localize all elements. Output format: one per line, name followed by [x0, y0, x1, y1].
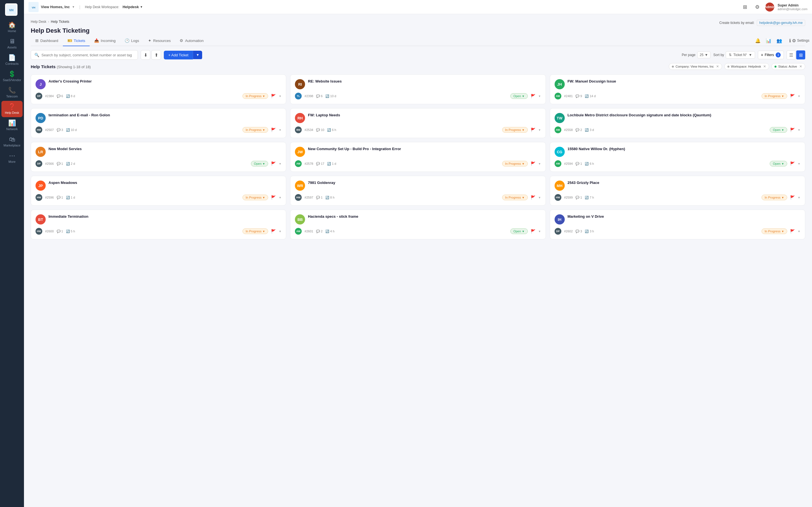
ticket-card[interactable]: RI RE: Website Issues TL #2398 💬 6 🔄 10 …: [290, 74, 546, 104]
status-dropdown-icon[interactable]: ▼: [262, 128, 265, 131]
sidebar-item-contracts[interactable]: 📄 Contracts: [1, 52, 22, 68]
ticket-card[interactable]: JW New Community Set Up - Build Pro - In…: [290, 142, 546, 172]
status-badge[interactable]: In Progress ▼: [762, 194, 787, 200]
per-page-select[interactable]: 25 ▼: [697, 52, 711, 58]
flag-dropdown-icon[interactable]: ▼: [538, 196, 541, 199]
sort-by-button[interactable]: ⇅ Ticket N° ▼: [726, 51, 755, 59]
flag-button[interactable]: 🚩: [271, 195, 276, 200]
status-badge[interactable]: Open ▼: [510, 228, 528, 234]
ticket-card[interactable]: IH Marketing on V Drive DP #2602 💬 3 🔄 3…: [550, 210, 805, 239]
sidebar-item-marketplace[interactable]: 🛍 Marketplace: [1, 133, 22, 150]
status-dropdown-icon[interactable]: ▼: [781, 196, 784, 199]
filter-status-remove[interactable]: ✕: [799, 64, 802, 68]
search-box[interactable]: 🔍: [31, 50, 138, 60]
flag-dropdown-icon[interactable]: ▼: [538, 95, 541, 98]
email-value[interactable]: helpdesk@go-genuity.lvh.me: [757, 20, 805, 26]
flag-button[interactable]: 🚩: [271, 128, 276, 132]
ticket-card[interactable]: MH 2543 Grizzly Place HW #2599 💬 1 🔄 7 h…: [550, 176, 805, 206]
flag-button[interactable]: 🚩: [790, 94, 795, 98]
flag-button[interactable]: 🚩: [790, 128, 795, 132]
ticket-card[interactable]: CG 15580 Native Willow Dr. (Hyphen) AW #…: [550, 142, 805, 172]
flag-dropdown-icon[interactable]: ▼: [278, 230, 282, 233]
status-badge[interactable]: In Progress ▼: [762, 228, 787, 234]
workspace-dropdown-icon[interactable]: ▼: [140, 5, 143, 8]
flag-dropdown-icon[interactable]: ▼: [538, 230, 541, 233]
sidebar-item-saas-vendor[interactable]: 💲 SaaS/Vendor: [1, 68, 22, 84]
status-dropdown-icon[interactable]: ▼: [522, 95, 525, 98]
ticket-card[interactable]: RH FW: Laptop Needs BM #2534 💬 10 🔄 6 h …: [290, 108, 546, 138]
sidebar-item-telecom[interactable]: 📞 Telecom: [1, 84, 22, 101]
ticket-card[interactable]: LR New Model Servies DP #2566 💬 1 🔄 2 d …: [31, 142, 286, 172]
flag-button[interactable]: 🚩: [271, 161, 276, 166]
ticket-card[interactable]: BB Hacienda specs - stick frame AW #2601…: [290, 210, 546, 239]
tab-logs[interactable]: 🕐 Logs: [120, 36, 144, 46]
flag-button[interactable]: 🚩: [790, 195, 795, 200]
add-ticket-button[interactable]: + Add Ticket: [164, 51, 193, 59]
settings-icon[interactable]: ⚙: [753, 3, 762, 11]
status-badge[interactable]: In Progress ▼: [762, 93, 787, 99]
list-view-btn[interactable]: ☰: [786, 50, 796, 59]
flag-button[interactable]: 🚩: [530, 229, 536, 233]
flag-button[interactable]: 🚩: [530, 128, 536, 132]
ticket-card[interactable]: PD termination and E-mail - Ron Golon HW…: [31, 108, 286, 138]
company-selector[interactable]: VH View Homes, Inc ▼: [29, 2, 75, 12]
sidebar-item-assets[interactable]: 🖥 Assets: [1, 36, 22, 52]
flag-button[interactable]: 🚩: [530, 161, 536, 166]
grid-view-btn[interactable]: ⊞: [796, 50, 805, 59]
status-badge[interactable]: In Progress ▼: [502, 161, 528, 166]
user-avatar[interactable]: Admin: [765, 3, 774, 11]
ticket-card[interactable]: TW Lochbuie Metro District disclosure Do…: [550, 108, 805, 138]
flag-button[interactable]: 🚩: [530, 195, 536, 200]
status-dropdown-icon[interactable]: ▼: [262, 95, 265, 98]
ticket-card[interactable]: WR 7981 Goldenray HW #2597 💬 1 🔄 8 h In …: [290, 176, 546, 206]
status-dropdown-icon[interactable]: ▼: [522, 230, 525, 233]
status-badge[interactable]: Open ▼: [770, 161, 787, 166]
flag-dropdown-icon[interactable]: ▼: [798, 162, 801, 165]
tab-resources[interactable]: ✦ Resources: [144, 36, 175, 46]
status-dropdown-icon[interactable]: ▼: [262, 162, 265, 165]
status-dropdown-icon[interactable]: ▼: [781, 230, 784, 233]
status-dropdown-icon[interactable]: ▼: [781, 162, 784, 165]
status-badge[interactable]: In Progress ▼: [243, 93, 268, 99]
sidebar-item-home[interactable]: 🏠 Home: [1, 19, 22, 36]
flag-dropdown-icon[interactable]: ▼: [798, 196, 801, 199]
tab-incoming[interactable]: 📥 Incoming: [90, 36, 120, 46]
status-badge[interactable]: In Progress ▼: [502, 127, 528, 133]
tab-automation[interactable]: ⚙ Automation: [175, 36, 208, 46]
download-btn[interactable]: ⬇: [141, 50, 150, 60]
flag-dropdown-icon[interactable]: ▼: [538, 162, 541, 165]
status-badge[interactable]: In Progress ▼: [243, 194, 268, 200]
sidebar-item-help-desk[interactable]: ❓ Help Desk: [1, 101, 22, 117]
search-input[interactable]: [42, 53, 134, 57]
flag-button[interactable]: 🚩: [530, 94, 536, 98]
status-badge[interactable]: Open ▼: [770, 127, 787, 133]
status-dropdown-icon[interactable]: ▼: [522, 196, 525, 199]
status-dropdown-icon[interactable]: ▼: [262, 230, 265, 233]
tab-tickets[interactable]: 🎫 Tickets: [63, 36, 90, 46]
status-badge[interactable]: In Progress ▼: [243, 127, 268, 133]
tab-dashboard[interactable]: ⊞ Dashboard: [31, 36, 63, 46]
flag-dropdown-icon[interactable]: ▼: [798, 95, 801, 98]
ticket-card[interactable]: JH FW: Manuel Docusign Issue AW #2481 💬 …: [550, 74, 805, 104]
ticket-card[interactable]: J Antler's Crossing Printer DP #2384 💬 6…: [31, 74, 286, 104]
status-badge[interactable]: In Progress ▼: [502, 194, 528, 200]
flag-button[interactable]: 🚩: [271, 229, 276, 233]
flag-dropdown-icon[interactable]: ▼: [798, 128, 801, 131]
upload-btn[interactable]: ⬆: [151, 50, 161, 60]
flag-button[interactable]: 🚩: [790, 161, 795, 166]
flag-dropdown-icon[interactable]: ▼: [798, 230, 801, 233]
flag-dropdown-icon[interactable]: ▼: [278, 95, 282, 98]
flag-dropdown-icon[interactable]: ▼: [278, 128, 282, 131]
team-action-icon[interactable]: 👥: [775, 36, 784, 45]
settings-action[interactable]: ⚙ Settings: [796, 36, 805, 45]
filter-company-remove[interactable]: ✕: [716, 64, 719, 68]
notification-action-icon[interactable]: 🔔: [753, 36, 762, 45]
breadcrumb-help-desk[interactable]: Help Desk: [31, 20, 46, 24]
chart-action-icon[interactable]: 📊: [764, 36, 773, 45]
status-badge[interactable]: Open ▼: [251, 161, 268, 166]
workspace-selector[interactable]: Helpdesk ▼: [123, 5, 143, 9]
flag-button[interactable]: 🚩: [271, 94, 276, 98]
sidebar-item-more[interactable]: ⋯ More: [1, 150, 22, 166]
ticket-card[interactable]: JP Aspen Meadows HW #2596 💬 1 🔄 1 d In P…: [31, 176, 286, 206]
status-dropdown-icon[interactable]: ▼: [522, 128, 525, 131]
